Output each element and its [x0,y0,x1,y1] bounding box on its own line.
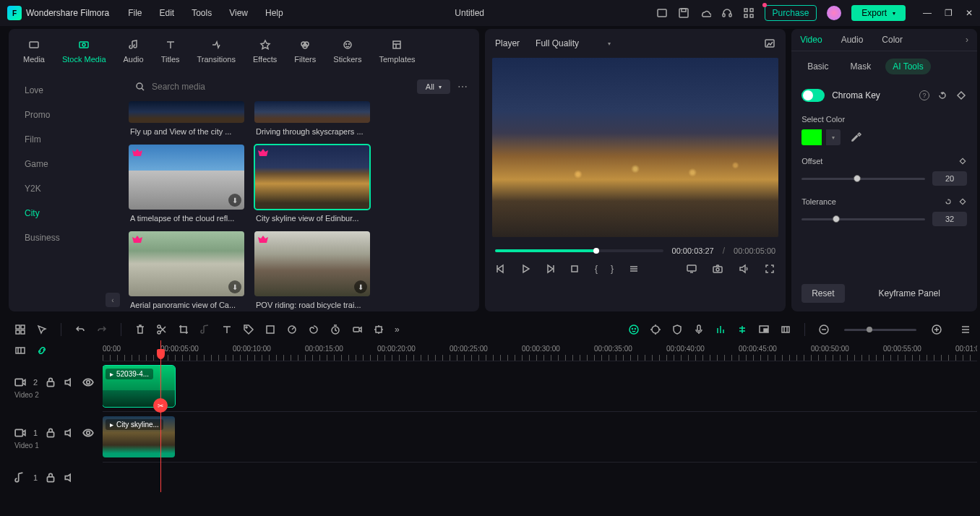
tab-titles[interactable]: Titles [154,35,187,66]
prev-frame-icon[interactable] [495,263,507,275]
subtab-mask[interactable]: Mask [843,59,879,74]
delete-icon[interactable] [134,324,146,335]
sidebar-collapse[interactable]: ‹ [106,293,120,307]
cloud-icon[interactable] [700,7,711,19]
inspector-more-icon[interactable]: › [966,35,968,45]
download-icon[interactable]: ⬇ [354,280,367,293]
camera-icon[interactable] [712,263,723,275]
category-city[interactable]: City [9,201,124,225]
offset-value[interactable]: 20 [932,171,967,186]
subtab-ai-tools[interactable]: AI Tools [885,59,930,74]
tab-stickers[interactable]: Stickers [326,35,369,66]
frame-icon[interactable] [780,324,791,335]
media-item[interactable]: Fly up and View of the city ... [129,101,244,140]
save-icon[interactable] [678,7,689,19]
tab-stock-media[interactable]: Stock Media [55,35,113,66]
snap-icon[interactable] [736,324,748,335]
zoom-in-icon[interactable] [931,324,942,335]
inspector-tab-color[interactable]: Color [882,35,903,45]
color-swatch[interactable] [801,129,822,145]
split-handle-icon[interactable]: ✂ [153,398,168,413]
play-icon[interactable] [520,263,531,275]
download-icon[interactable]: ⬇ [228,280,241,293]
tab-transitions[interactable]: Transitions [190,35,243,66]
ai-face-icon[interactable] [628,324,640,335]
lock-icon[interactable] [45,377,56,388]
menu-help[interactable]: Help [265,8,283,18]
tab-audio[interactable]: Audio [116,35,151,66]
quality-dropdown[interactable]: Full Quality▾ [530,36,616,51]
tab-templates[interactable]: Templates [371,35,422,66]
zoom-out-icon[interactable] [818,324,830,335]
text-icon[interactable] [221,324,233,335]
snapshot-icon[interactable] [764,38,775,49]
offset-slider[interactable] [801,178,925,180]
menu-edit[interactable]: Edit [160,8,175,18]
window-maximize[interactable]: ❐ [945,8,953,18]
menu-file[interactable]: File [128,8,142,18]
display-icon[interactable] [686,263,697,275]
tolerance-value[interactable]: 32 [932,212,967,226]
playhead[interactable]: ✂ [160,340,161,492]
mute-icon[interactable] [64,427,75,439]
timeline-track[interactable]: ▸52039-4... [103,361,977,411]
mute-icon[interactable] [64,472,75,483]
timer-icon[interactable] [330,324,341,335]
track-head-video1[interactable]: 1 Video 1 [9,413,103,463]
media-item[interactable]: City skyline view of Edinbur... [254,145,370,227]
keyframe-icon[interactable] [958,197,967,206]
inspector-tab-audio[interactable]: Audio [841,35,864,45]
category-film[interactable]: Film [9,127,124,152]
cursor-icon[interactable] [36,324,48,335]
next-frame-icon[interactable] [544,263,556,275]
category-promo[interactable]: Promo [9,103,124,127]
keyframe-icon[interactable] [958,157,967,165]
scrub-bar[interactable] [495,249,663,252]
equalizer-icon[interactable] [715,324,726,335]
lock-icon[interactable] [45,427,56,439]
filter-dropdown[interactable]: All▾ [417,79,450,94]
media-item[interactable]: ⬇ Aerial panoramic view of Ca... [129,231,244,311]
avatar[interactable] [827,6,841,20]
zoom-slider[interactable] [844,329,916,331]
view-options-icon[interactable] [960,324,971,335]
color-dropdown[interactable]: ▾ [826,129,841,145]
menu-view[interactable]: View [229,8,248,18]
apps-icon[interactable] [743,7,755,19]
stop-icon[interactable] [569,263,580,275]
category-game[interactable]: Game [9,152,124,176]
category-business[interactable]: Business [9,225,124,250]
reset-icon[interactable] [937,90,948,101]
mark-out-icon[interactable]: } [611,264,614,274]
keyframe-icon[interactable] [955,90,967,101]
media-item[interactable]: ⬇ A timelapse of the cloud refl... [129,145,244,227]
speed-icon[interactable] [286,324,298,335]
spiral-icon[interactable] [308,324,319,335]
timeline-menu-icon[interactable] [14,345,26,356]
timeline-track[interactable] [103,462,977,491]
shield-icon[interactable] [671,324,683,335]
reset-button[interactable]: Reset [801,284,844,303]
window-close[interactable]: ✕ [966,8,973,18]
timeline-tracks[interactable]: 00:00 00:00:05:00 00:00:10:00 00:00:15:0… [103,340,977,492]
undo-icon[interactable] [74,324,86,335]
eye-icon[interactable] [82,377,94,388]
lock-icon[interactable] [45,472,56,483]
video-preview[interactable] [492,58,778,237]
search-input[interactable] [152,82,404,92]
adjust-icon[interactable] [650,324,661,335]
media-item[interactable]: Driving through skyscrapers ... [254,101,370,140]
media-item[interactable]: ⬇ POV riding: road bicycle trai... [254,231,370,311]
tolerance-slider[interactable] [801,218,925,220]
fullscreen-icon[interactable] [764,263,775,275]
tab-effects[interactable]: Effects [246,35,284,66]
window-minimize[interactable]: — [923,8,932,18]
record-icon[interactable] [351,324,363,335]
search-box[interactable] [129,78,410,95]
mic-icon[interactable] [693,324,705,335]
crop-icon[interactable] [178,324,189,335]
link-icon[interactable] [36,345,48,356]
inspector-tab-video[interactable]: Video [800,35,822,45]
category-love[interactable]: Love [9,78,124,103]
tag-icon[interactable] [243,324,254,335]
